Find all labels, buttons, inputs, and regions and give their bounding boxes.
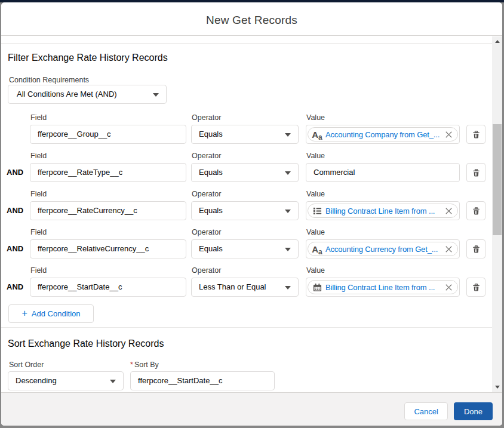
cancel-button[interactable]: Cancel (404, 402, 447, 420)
sort-order-value: Descending (8, 372, 123, 390)
field-column-label: Field (30, 152, 47, 160)
scrollbar-thumb[interactable] (493, 124, 502, 235)
vertical-scrollbar[interactable] (492, 36, 502, 392)
modal-body: Filter Exchange Rate History Records Con… (1, 36, 502, 392)
chevron-down-icon (110, 380, 116, 383)
field-input[interactable]: fferpcore__RateCurrency__c (30, 201, 186, 220)
delete-condition-button[interactable] (466, 163, 485, 182)
value-column-label: Value (306, 190, 325, 198)
text-icon: Aa (311, 243, 323, 255)
merge-field-pill[interactable]: Billing Contract Line Item from ... (308, 280, 458, 294)
pill-label: Accounting Company from Get_... (325, 130, 441, 139)
value-input[interactable]: Billing Contract Line Item from ... (306, 278, 460, 297)
sort-order-label: Sort Order (9, 361, 44, 369)
value-column-label: Value (306, 113, 325, 122)
chevron-down-icon (285, 210, 291, 213)
operator-column-label: Operator (192, 266, 221, 275)
value-column-label: Value (306, 228, 325, 236)
value-input[interactable]: Billing Contract Line Item from ... (306, 201, 460, 220)
value-column-label: Value (306, 152, 325, 160)
sort-section-heading: Sort Exchange Rate History Records (8, 338, 164, 349)
section-divider-top (1, 43, 492, 44)
sort-order-select[interactable]: Descending (8, 371, 124, 390)
add-condition-label: Add Condition (32, 309, 81, 318)
and-connector-label: AND (7, 244, 26, 253)
chevron-down-icon (285, 248, 291, 251)
trash-icon (471, 206, 481, 216)
operator-select[interactable]: Equals (191, 125, 299, 144)
condition-requirements-value: All Conditions Are Met (AND) (8, 85, 166, 103)
pill-label: Billing Contract Line Item from ... (325, 283, 441, 292)
and-connector-label: AND (7, 168, 26, 177)
condition-row: AND Field Operator Value fferpcore__Rela… (1, 228, 502, 266)
operator-select[interactable]: Equals (191, 201, 299, 220)
condition-row: AND Field Operator Value fferpcore__Rate… (1, 152, 502, 190)
operator-column-label: Operator (192, 113, 221, 122)
sort-by-input[interactable]: fferpcore__StartDate__c (130, 371, 275, 390)
delete-condition-button[interactable] (466, 125, 485, 144)
modal-title: New Get Records (1, 14, 502, 27)
and-connector-label: AND (7, 206, 26, 215)
operator-column-label: Operator (192, 228, 221, 236)
delete-condition-button[interactable] (466, 239, 485, 258)
merge-field-pill[interactable]: Aa Accounting Company from Get_... (308, 127, 458, 141)
merge-field-pill[interactable]: Billing Contract Line Item from ... (308, 204, 458, 218)
remove-pill-icon[interactable] (444, 130, 453, 138)
event-icon (311, 281, 323, 293)
trash-icon (471, 168, 481, 178)
delete-condition-button[interactable] (466, 201, 485, 220)
operator-select[interactable]: Less Than or Equal (191, 278, 299, 297)
trash-icon (471, 130, 481, 140)
remove-pill-icon[interactable] (444, 245, 453, 253)
merge-field-pill[interactable]: Aa Accounting Currency from Get_... (308, 242, 458, 256)
trash-icon (471, 282, 481, 292)
condition-requirements-select[interactable]: All Conditions Are Met (AND) (8, 85, 167, 104)
scroll-down-button[interactable] (492, 382, 502, 392)
remove-pill-icon[interactable] (444, 207, 453, 215)
value-input[interactable]: Aa Accounting Company from Get_... (306, 125, 460, 144)
operator-select[interactable]: Equals (191, 163, 299, 182)
filter-section-heading: Filter Exchange Rate History Records (8, 53, 168, 63)
field-column-label: Field (30, 228, 47, 236)
condition-row: AND Field Operator Value fferpcore__Rate… (1, 190, 502, 228)
new-get-records-modal: New Get Records Filter Exchange Rate His… (1, 2, 502, 426)
field-column-label: Field (30, 266, 47, 275)
text-icon: Aa (311, 128, 323, 140)
value-input[interactable]: Aa Accounting Currency from Get_... (306, 239, 460, 258)
value-column-label: Value (306, 266, 325, 275)
section-divider-sort (1, 327, 492, 328)
list-icon (311, 205, 323, 217)
field-input[interactable]: fferpcore__RelativeCurrency__c (30, 239, 186, 258)
field-input[interactable]: fferpcore__StartDate__c (30, 278, 186, 297)
delete-condition-button[interactable] (466, 278, 485, 297)
modal-footer: Cancel Done (1, 392, 502, 426)
field-input[interactable]: fferpcore__RateType__c (30, 163, 186, 182)
required-asterisk: * (130, 361, 133, 369)
plus-icon: + (21, 309, 27, 318)
operator-column-label: Operator (192, 152, 221, 160)
condition-row: Field Operator Value fferpcore__Group__c… (1, 113, 502, 152)
trash-icon (471, 244, 481, 254)
pill-label: Accounting Currency from Get_... (325, 245, 441, 254)
scroll-up-button[interactable] (492, 36, 502, 47)
scroll-down-icon (495, 386, 500, 389)
modal-header: New Get Records (1, 2, 502, 36)
operator-column-label: Operator (192, 190, 221, 198)
scroll-up-icon (495, 40, 500, 43)
chevron-down-icon (285, 171, 291, 175)
done-button[interactable]: Done (454, 402, 493, 420)
sort-by-label: *Sort By (130, 361, 159, 369)
add-condition-button[interactable]: + Add Condition (8, 304, 94, 323)
condition-requirements-label: Condition Requirements (9, 76, 89, 84)
field-input[interactable]: fferpcore__Group__c (30, 125, 186, 144)
field-column-label: Field (30, 190, 47, 198)
condition-row: AND Field Operator Value fferpcore__Star… (1, 266, 502, 304)
and-connector-label: AND (7, 282, 26, 291)
remove-pill-icon[interactable] (444, 283, 453, 291)
chevron-down-icon (285, 286, 291, 290)
operator-select[interactable]: Equals (191, 239, 299, 258)
chevron-down-icon (285, 133, 291, 137)
field-column-label: Field (30, 113, 47, 122)
value-input[interactable]: Commercial (306, 163, 460, 182)
pill-label: Billing Contract Line Item from ... (325, 207, 441, 215)
